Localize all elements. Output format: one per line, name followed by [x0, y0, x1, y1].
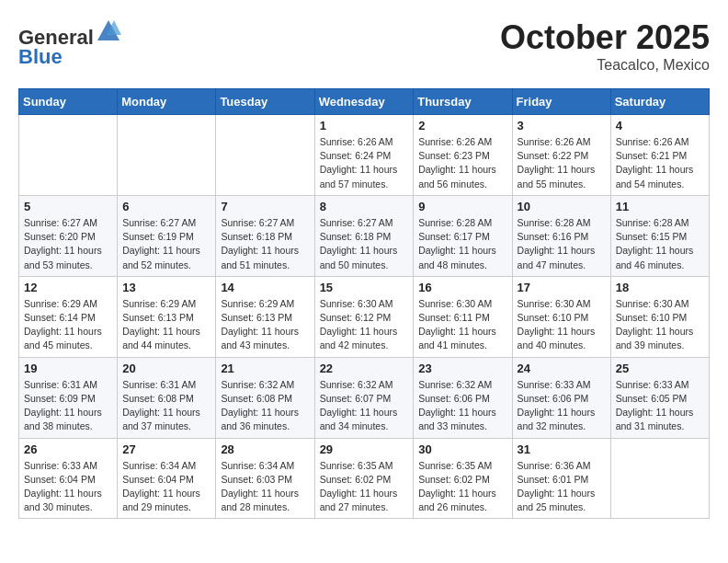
calendar-cell: 5Sunrise: 6:27 AMSunset: 6:20 PMDaylight…: [19, 195, 118, 276]
day-info: Sunrise: 6:33 AMSunset: 6:05 PMDaylight:…: [616, 378, 704, 434]
day-number: 2: [418, 119, 506, 132]
day-number: 16: [418, 281, 506, 294]
day-info: Sunrise: 6:27 AMSunset: 6:19 PMDaylight:…: [122, 216, 210, 272]
day-info: Sunrise: 6:33 AMSunset: 6:06 PMDaylight:…: [518, 378, 606, 434]
day-info: Sunrise: 6:32 AMSunset: 6:08 PMDaylight:…: [221, 378, 309, 434]
day-info: Sunrise: 6:27 AMSunset: 6:18 PMDaylight:…: [221, 216, 309, 272]
day-number: 24: [518, 362, 606, 375]
calendar-cell: 2Sunrise: 6:26 AMSunset: 6:23 PMDaylight…: [414, 115, 512, 196]
calendar-cell: 9Sunrise: 6:28 AMSunset: 6:17 PMDaylight…: [414, 195, 512, 276]
day-number: 5: [24, 200, 112, 213]
day-info: Sunrise: 6:31 AMSunset: 6:08 PMDaylight:…: [122, 378, 210, 434]
weekday-header: Tuesday: [216, 89, 314, 115]
weekday-header: Friday: [512, 89, 610, 115]
day-number: 13: [122, 281, 210, 294]
calendar-week-row: 19Sunrise: 6:31 AMSunset: 6:09 PMDayligh…: [19, 357, 710, 438]
calendar-cell: 3Sunrise: 6:26 AMSunset: 6:22 PMDaylight…: [512, 115, 610, 196]
day-number: 1: [320, 119, 409, 132]
day-number: 31: [518, 442, 606, 456]
day-number: 23: [418, 362, 506, 375]
day-info: Sunrise: 6:35 AMSunset: 6:02 PMDaylight:…: [418, 459, 506, 515]
day-info: Sunrise: 6:28 AMSunset: 6:17 PMDaylight:…: [418, 216, 506, 272]
day-info: Sunrise: 6:29 AMSunset: 6:13 PMDaylight:…: [221, 297, 309, 353]
day-number: 19: [24, 362, 112, 375]
calendar-cell: 18Sunrise: 6:30 AMSunset: 6:10 PMDayligh…: [610, 276, 709, 357]
calendar-cell: 1Sunrise: 6:26 AMSunset: 6:24 PMDaylight…: [314, 115, 414, 196]
calendar-cell: 24Sunrise: 6:33 AMSunset: 6:06 PMDayligh…: [512, 357, 610, 438]
logo: General Blue: [18, 18, 121, 69]
day-info: Sunrise: 6:27 AMSunset: 6:20 PMDaylight:…: [24, 216, 112, 272]
weekday-header: Monday: [118, 89, 216, 115]
calendar-body: 1Sunrise: 6:26 AMSunset: 6:24 PMDaylight…: [19, 115, 710, 519]
calendar-cell: 30Sunrise: 6:35 AMSunset: 6:02 PMDayligh…: [414, 438, 512, 519]
calendar-cell: 31Sunrise: 6:36 AMSunset: 6:01 PMDayligh…: [512, 438, 610, 519]
calendar-week-row: 12Sunrise: 6:29 AMSunset: 6:14 PMDayligh…: [19, 276, 710, 357]
calendar-cell: 15Sunrise: 6:30 AMSunset: 6:12 PMDayligh…: [314, 276, 414, 357]
calendar-cell: 19Sunrise: 6:31 AMSunset: 6:09 PMDayligh…: [19, 357, 118, 438]
day-info: Sunrise: 6:30 AMSunset: 6:11 PMDaylight:…: [418, 297, 506, 353]
calendar-cell: 10Sunrise: 6:28 AMSunset: 6:16 PMDayligh…: [512, 195, 610, 276]
calendar-cell: 13Sunrise: 6:29 AMSunset: 6:13 PMDayligh…: [118, 276, 216, 357]
day-info: Sunrise: 6:35 AMSunset: 6:02 PMDaylight:…: [320, 459, 409, 515]
calendar-cell: [118, 115, 216, 196]
day-number: 14: [221, 281, 309, 294]
day-number: 30: [418, 442, 506, 456]
day-number: 29: [320, 442, 409, 456]
day-info: Sunrise: 6:34 AMSunset: 6:03 PMDaylight:…: [221, 459, 309, 515]
calendar-cell: 23Sunrise: 6:32 AMSunset: 6:06 PMDayligh…: [414, 357, 512, 438]
calendar-cell: 12Sunrise: 6:29 AMSunset: 6:14 PMDayligh…: [19, 276, 118, 357]
calendar-cell: 6Sunrise: 6:27 AMSunset: 6:19 PMDaylight…: [118, 195, 216, 276]
day-number: 12: [24, 281, 112, 294]
calendar-cell: 22Sunrise: 6:32 AMSunset: 6:07 PMDayligh…: [314, 357, 414, 438]
weekday-header: Thursday: [414, 89, 512, 115]
day-number: 26: [24, 442, 112, 456]
calendar-cell: 21Sunrise: 6:32 AMSunset: 6:08 PMDayligh…: [216, 357, 314, 438]
calendar-cell: 20Sunrise: 6:31 AMSunset: 6:08 PMDayligh…: [118, 357, 216, 438]
page-header: General Blue October 2025 Teacalco, Mexi…: [18, 18, 710, 74]
calendar-cell: 7Sunrise: 6:27 AMSunset: 6:18 PMDaylight…: [216, 195, 314, 276]
day-info: Sunrise: 6:32 AMSunset: 6:07 PMDaylight:…: [320, 378, 409, 434]
logo-icon: [96, 18, 121, 44]
weekday-header-row: SundayMondayTuesdayWednesdayThursdayFrid…: [19, 89, 710, 115]
day-info: Sunrise: 6:27 AMSunset: 6:18 PMDaylight:…: [320, 216, 409, 272]
day-info: Sunrise: 6:34 AMSunset: 6:04 PMDaylight:…: [122, 459, 210, 515]
day-info: Sunrise: 6:33 AMSunset: 6:04 PMDaylight:…: [24, 459, 112, 515]
day-number: 3: [518, 119, 606, 132]
day-number: 7: [221, 200, 309, 213]
location-subtitle: Teacalco, Mexico: [500, 57, 710, 74]
day-number: 17: [518, 281, 606, 294]
calendar-cell: 14Sunrise: 6:29 AMSunset: 6:13 PMDayligh…: [216, 276, 314, 357]
day-number: 21: [221, 362, 309, 375]
calendar-cell: 17Sunrise: 6:30 AMSunset: 6:10 PMDayligh…: [512, 276, 610, 357]
day-number: 8: [320, 200, 409, 213]
day-number: 18: [616, 281, 704, 294]
calendar-cell: [610, 438, 709, 519]
day-info: Sunrise: 6:31 AMSunset: 6:09 PMDaylight:…: [24, 378, 112, 434]
calendar-cell: 16Sunrise: 6:30 AMSunset: 6:11 PMDayligh…: [414, 276, 512, 357]
calendar-cell: 11Sunrise: 6:28 AMSunset: 6:15 PMDayligh…: [610, 195, 709, 276]
day-info: Sunrise: 6:30 AMSunset: 6:12 PMDaylight:…: [320, 297, 409, 353]
weekday-header: Sunday: [19, 89, 118, 115]
day-number: 6: [122, 200, 210, 213]
day-number: 4: [616, 119, 704, 132]
calendar-header: SundayMondayTuesdayWednesdayThursdayFrid…: [19, 89, 710, 115]
calendar-cell: [216, 115, 314, 196]
day-number: 10: [518, 200, 606, 213]
day-number: 28: [221, 442, 309, 456]
calendar-table: SundayMondayTuesdayWednesdayThursdayFrid…: [18, 88, 710, 519]
title-block: October 2025 Teacalco, Mexico: [500, 18, 710, 74]
day-info: Sunrise: 6:29 AMSunset: 6:13 PMDaylight:…: [122, 297, 210, 353]
month-title: October 2025: [500, 18, 710, 57]
day-info: Sunrise: 6:26 AMSunset: 6:21 PMDaylight:…: [616, 135, 704, 191]
day-info: Sunrise: 6:28 AMSunset: 6:16 PMDaylight:…: [518, 216, 606, 272]
day-number: 9: [418, 200, 506, 213]
day-info: Sunrise: 6:26 AMSunset: 6:24 PMDaylight:…: [320, 135, 409, 191]
calendar-cell: 8Sunrise: 6:27 AMSunset: 6:18 PMDaylight…: [314, 195, 414, 276]
weekday-header: Wednesday: [314, 89, 414, 115]
day-info: Sunrise: 6:28 AMSunset: 6:15 PMDaylight:…: [616, 216, 704, 272]
day-info: Sunrise: 6:26 AMSunset: 6:23 PMDaylight:…: [418, 135, 506, 191]
day-number: 11: [616, 200, 704, 213]
day-number: 20: [122, 362, 210, 375]
day-info: Sunrise: 6:32 AMSunset: 6:06 PMDaylight:…: [418, 378, 506, 434]
weekday-header: Saturday: [610, 89, 709, 115]
